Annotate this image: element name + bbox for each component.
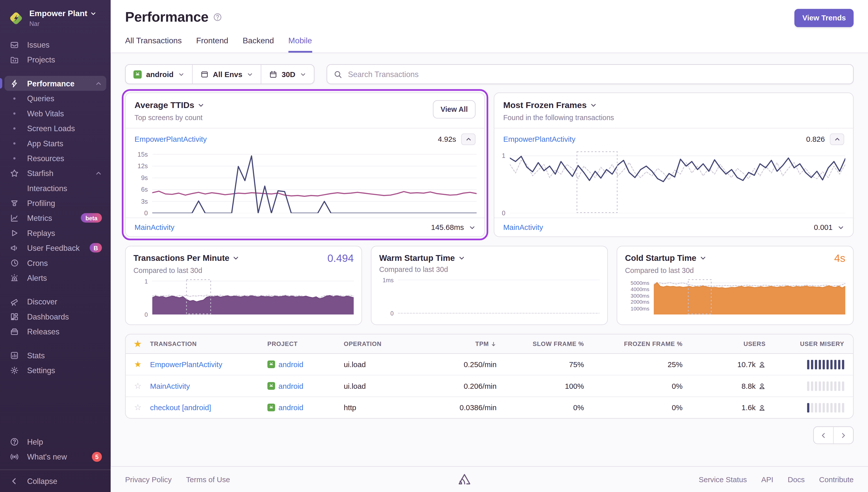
tpm-title[interactable]: Transactions Per Minute <box>133 253 239 262</box>
help-circle-icon[interactable] <box>213 13 222 21</box>
column-header-tpm[interactable]: TPM <box>426 340 496 347</box>
widget-transaction-row: MainActivity0.001 <box>494 218 853 237</box>
date-range-filter[interactable]: 30D <box>261 65 313 83</box>
cold-startup-title[interactable]: Cold Startup Time <box>625 253 706 262</box>
star-outline-icon[interactable]: ☆ <box>126 402 150 413</box>
sidebar-item-settings[interactable]: Settings <box>4 363 106 377</box>
transaction-link[interactable]: checkout [android] <box>150 403 211 412</box>
footer-link-docs[interactable]: Docs <box>788 475 805 484</box>
star-filled-icon[interactable]: ★ <box>126 359 150 369</box>
expand-row-button[interactable] <box>469 224 476 230</box>
view-all-button[interactable]: View All <box>433 100 476 119</box>
y-axis-label: 1 <box>502 152 506 159</box>
sidebar-item-crons[interactable]: Crons <box>4 255 106 270</box>
sidebar-item-replays[interactable]: Replays <box>4 225 106 240</box>
next-page-button[interactable] <box>834 427 853 443</box>
sidebar-item-performance[interactable]: Performance <box>4 76 106 91</box>
column-header-frozen-frame[interactable]: FROZEN FRAME % <box>584 340 683 347</box>
column-header-user-misery[interactable]: USER MISERY <box>766 340 853 347</box>
table-row: ☆checkout [android]androidhttp0.0386/min… <box>126 397 853 418</box>
tab-mobile[interactable]: Mobile <box>288 36 312 53</box>
most-frozen-frames-title[interactable]: Most Frozen Frames <box>503 100 614 110</box>
transaction-link[interactable]: EmpowerPlantActivity <box>503 135 576 144</box>
previous-page-button[interactable] <box>814 427 834 443</box>
environment-filter[interactable]: All Envs <box>192 65 261 83</box>
transaction-link[interactable]: MainActivity <box>150 382 190 390</box>
column-header-operation[interactable]: OPERATION <box>344 340 426 347</box>
most-frozen-frames-widget: Most Frozen Frames Found in the followin… <box>494 92 854 237</box>
transaction-link[interactable]: EmpowerPlantActivity <box>134 135 207 144</box>
project-link[interactable]: android <box>267 382 343 390</box>
sidebar-item-app-starts[interactable]: App Starts <box>4 136 106 151</box>
collapse-row-button[interactable] <box>830 133 844 145</box>
tab-backend[interactable]: Backend <box>243 36 274 53</box>
sidebar-item-issues[interactable]: Issues <box>4 37 106 52</box>
profiling-icon <box>9 198 20 207</box>
column-header-users[interactable]: USERS <box>683 340 766 347</box>
cold-startup-chart: 5000ms4000ms3000ms2000ms1000ms <box>625 279 845 315</box>
sidebar-item-label: User Feedback <box>27 244 80 252</box>
page-content: android All Envs 30D <box>111 53 868 466</box>
widgets-row-1: Average TTIDs Top screens by count View … <box>125 92 854 237</box>
search-icon <box>334 70 342 78</box>
sidebar-item-queries[interactable]: Queries <box>4 91 106 106</box>
sidebar-item-help[interactable]: Help <box>4 434 106 449</box>
settings-icon <box>9 366 20 375</box>
transaction-value: 0.826 <box>806 135 825 144</box>
y-axis-label: 12s <box>137 163 148 169</box>
transaction-link[interactable]: MainActivity <box>134 223 174 231</box>
org-subtitle: Nar <box>29 20 40 27</box>
chevron-down-icon <box>247 71 253 77</box>
slow-frame-cell: 75% <box>497 360 584 368</box>
project-filter[interactable]: android <box>126 65 192 83</box>
average-ttids-title[interactable]: Average TTIDs <box>134 100 204 110</box>
sidebar-item-stats[interactable]: Stats <box>4 348 106 363</box>
sidebar-item-profiling[interactable]: Profiling <box>4 195 106 210</box>
y-axis-label: 5000ms <box>631 280 649 286</box>
widget-transaction-row: MainActivity145.68ms <box>126 218 484 237</box>
project-link[interactable]: android <box>267 403 343 412</box>
view-trends-button[interactable]: View Trends <box>795 9 854 27</box>
footer-link-terms-of-use[interactable]: Terms of Use <box>186 475 230 484</box>
footer-link-contribute[interactable]: Contribute <box>819 475 854 484</box>
warm-startup-title[interactable]: Warm Startup Time <box>379 253 465 262</box>
bullet-dot <box>9 127 20 129</box>
tab-frontend[interactable]: Frontend <box>196 36 228 53</box>
sidebar-item-releases[interactable]: Releases <box>4 324 106 339</box>
transaction-link[interactable]: MainActivity <box>503 223 543 231</box>
sidebar-item-web-vitals[interactable]: Web Vitals <box>4 106 106 121</box>
most-frozen-frames-subtitle: Found in the following transactions <box>503 114 614 122</box>
tab-all-transactions[interactable]: All Transactions <box>125 36 182 53</box>
project-link[interactable]: android <box>267 360 343 368</box>
collapse-row-button[interactable] <box>461 133 476 145</box>
footer-link-service-status[interactable]: Service Status <box>698 475 747 484</box>
sidebar-item-resources[interactable]: Resources <box>4 151 106 166</box>
column-header-slow-frame[interactable]: SLOW FRAME % <box>497 340 584 347</box>
sidebar-collapse-button[interactable]: Collapse <box>0 470 111 492</box>
star-outline-icon[interactable]: ☆ <box>126 381 150 391</box>
footer-link-privacy-policy[interactable]: Privacy Policy <box>125 475 172 484</box>
transaction-link[interactable]: EmpowerPlantActivity <box>150 360 222 368</box>
org-switcher[interactable]: Empower Plant Nar <box>0 6 111 35</box>
column-header-project[interactable]: PROJECT <box>267 340 343 347</box>
column-header-transaction[interactable]: TRANSACTION <box>150 340 267 347</box>
footer-link-api[interactable]: API <box>761 475 773 484</box>
chevron-left-icon <box>820 432 827 439</box>
sidebar-item-alerts[interactable]: Alerts <box>4 270 106 285</box>
sidebar-item-user-feedback[interactable]: User FeedbackB <box>4 241 106 255</box>
transaction-search[interactable] <box>326 64 853 84</box>
expand-row-button[interactable] <box>838 224 844 230</box>
sidebar-item-discover[interactable]: Discover <box>4 294 106 309</box>
sidebar-item-dashboards[interactable]: Dashboards <box>4 309 106 324</box>
tpm-value: 0.494 <box>328 253 354 264</box>
frozen-frame-cell: 0% <box>584 382 683 390</box>
sidebar-item-screen-loads[interactable]: Screen Loads <box>4 121 106 136</box>
search-input[interactable] <box>347 69 846 79</box>
sidebar-item-metrics[interactable]: Metricsbeta <box>4 211 106 225</box>
sidebar-item-what-s-new[interactable]: What's new5 <box>4 449 106 464</box>
bullet-dot <box>9 112 20 114</box>
sidebar-item-projects[interactable]: Projects <box>4 52 106 67</box>
sidebar-item-starfish[interactable]: Starfish <box>4 166 106 180</box>
star-column-header[interactable]: ★ <box>126 339 150 349</box>
sidebar-item-interactions[interactable]: Interactions <box>4 180 106 195</box>
